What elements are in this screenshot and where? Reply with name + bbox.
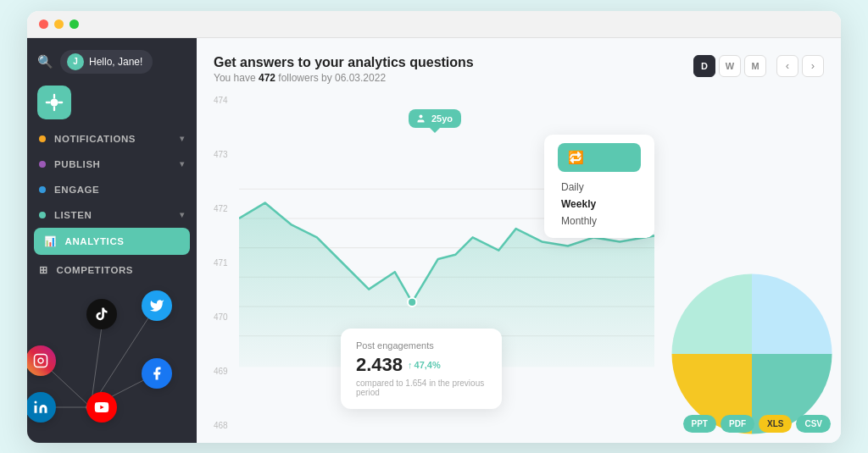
avatar: J — [67, 53, 84, 70]
export-pdf-btn[interactable]: PDF — [721, 415, 754, 433]
dot-red[interactable] — [39, 19, 48, 29]
y-label-469: 469 — [214, 367, 239, 376]
main-content: Get answers to your analytics questions … — [197, 38, 841, 443]
subtitle-prefix: You have — [214, 72, 259, 84]
period-month-btn[interactable]: M — [744, 55, 766, 77]
export-csv-btn[interactable]: CSV — [796, 415, 831, 433]
followers-count: 472 — [259, 72, 275, 84]
y-label-471: 471 — [214, 258, 239, 268]
nav-label-publish: PUBLISH — [54, 159, 101, 169]
nav-label-analytics: ANALYTICS — [65, 236, 125, 246]
export-buttons: PPT PDF XLS CSV — [683, 415, 831, 433]
notifications-dot — [39, 135, 46, 142]
app-body: 🔍 J Hello, Jane! NOTIFICATIONS ▾ PUBLISH… — [27, 38, 841, 443]
prev-btn[interactable]: ‹ — [776, 55, 798, 77]
app-logo — [37, 86, 71, 119]
option-weekly[interactable]: Weekly — [558, 196, 641, 213]
up-arrow-icon: ↑ — [408, 360, 413, 370]
svg-point-20 — [408, 297, 416, 306]
hello-badge: J Hello, Jane! — [60, 50, 153, 74]
subtitle: You have 472 followers by 06.03.2022 — [214, 72, 474, 84]
sidebar-item-listen[interactable]: LISTEN ▾ — [27, 202, 197, 228]
tiktok-icon[interactable] — [86, 299, 117, 329]
twitter-icon[interactable] — [142, 290, 172, 321]
main-header: Get answers to your analytics questions … — [214, 55, 824, 84]
y-label-472: 472 — [214, 204, 239, 213]
change-pct: 47,4% — [415, 360, 441, 370]
sidebar: 🔍 J Hello, Jane! NOTIFICATIONS ▾ PUBLISH… — [27, 38, 197, 443]
popup-label: Post engagements — [356, 340, 487, 351]
y-label-474: 474 — [214, 96, 239, 105]
y-axis: 474 473 472 471 470 469 468 — [214, 92, 239, 434]
period-week-btn[interactable]: W — [719, 55, 741, 77]
popup-change: ↑ 47,4% — [408, 360, 441, 370]
option-daily[interactable]: Daily — [558, 179, 641, 196]
social-icons-area — [27, 282, 205, 426]
chart-area: 474 473 472 471 470 469 468 25yo — [214, 92, 824, 434]
browser-window: 🔍 J Hello, Jane! NOTIFICATIONS ▾ PUBLISH… — [27, 11, 841, 443]
sidebar-item-competitors[interactable]: ⊞ COMPETITORS — [27, 257, 197, 284]
linkedin-icon[interactable] — [27, 392, 56, 423]
next-btn[interactable]: › — [802, 55, 824, 77]
header-text: Get answers to your analytics questions … — [214, 55, 474, 84]
chevron-icon: ▾ — [180, 159, 185, 168]
popup-compare: compared to 1.654 in the previous period — [356, 378, 487, 397]
sidebar-item-analytics[interactable]: 📊 ANALYTICS — [34, 228, 190, 255]
nav-label-engage: ENGAGE — [54, 185, 99, 195]
sidebar-top: 🔍 J Hello, Jane! — [27, 38, 197, 82]
period-tabs: D W M ‹ › — [693, 55, 824, 77]
period-day-btn[interactable]: D — [693, 55, 715, 77]
y-label-470: 470 — [214, 312, 239, 322]
competitors-icon: ⊞ — [39, 264, 48, 276]
export-xls-btn[interactable]: XLS — [759, 415, 792, 433]
period-dropdown: 🔁 Daily Weekly Monthly — [544, 135, 654, 238]
svg-point-11 — [35, 401, 37, 403]
search-icon[interactable]: 🔍 — [37, 54, 53, 69]
nav-label-competitors: COMPETITORS — [57, 265, 133, 275]
engage-dot — [39, 186, 46, 193]
popup-card: Post engagements 2.438 ↑ 47,4% compared … — [341, 329, 502, 409]
retweet-icon: 🔁 — [568, 150, 584, 165]
nav-label-notifications: NOTIFICATIONS — [54, 134, 136, 144]
y-label-473: 473 — [214, 150, 239, 159]
svg-rect-9 — [35, 354, 47, 367]
y-label-468: 468 — [214, 421, 239, 430]
analytics-icon: 📊 — [44, 235, 57, 247]
facebook-icon[interactable] — [142, 358, 172, 389]
pie-chart-area — [654, 92, 824, 434]
sidebar-item-notifications[interactable]: NOTIFICATIONS ▾ — [27, 126, 197, 152]
nav-arrows: ‹ › — [776, 55, 824, 77]
popup-number: 2.438 — [356, 354, 403, 376]
listen-dot — [39, 212, 46, 218]
sidebar-item-publish[interactable]: PUBLISH ▾ — [27, 152, 197, 177]
dot-yellow[interactable] — [54, 19, 64, 29]
browser-bar — [27, 11, 841, 38]
instagram-icon[interactable] — [27, 345, 56, 376]
popup-value: 2.438 ↑ 47,4% — [356, 354, 487, 376]
chevron-icon: ▾ — [180, 210, 185, 219]
publish-dot — [39, 161, 46, 168]
svg-point-0 — [50, 98, 58, 106]
export-ppt-btn[interactable]: PPT — [683, 415, 716, 433]
dropdown-header: 🔁 — [558, 143, 641, 172]
subtitle-suffix: followers by 06.03.2022 — [275, 72, 386, 84]
youtube-icon[interactable] — [86, 392, 117, 423]
hello-label: Hello, Jane! — [89, 56, 142, 68]
sidebar-item-engage[interactable]: ENGAGE — [27, 177, 197, 202]
option-monthly[interactable]: Monthly — [558, 213, 641, 229]
chevron-icon: ▾ — [180, 134, 185, 143]
nav-label-listen: LISTEN — [54, 210, 92, 220]
dot-green[interactable] — [70, 19, 79, 29]
page-title: Get answers to your analytics questions — [214, 55, 474, 70]
